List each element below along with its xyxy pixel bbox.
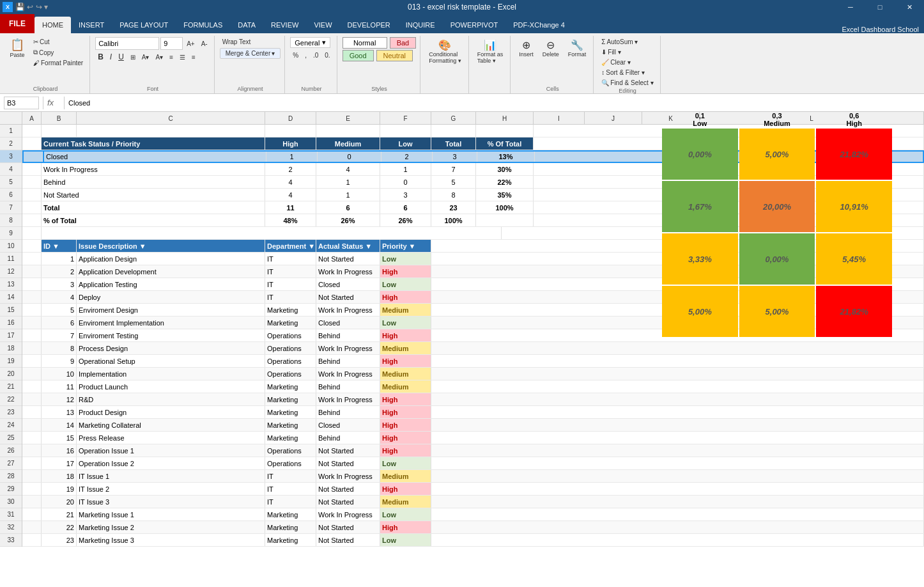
cell-e10-status[interactable]: Actual Status ▼ <box>316 240 380 252</box>
cell-dept-row33[interactable]: Marketing <box>265 534 316 546</box>
cell-status-row25[interactable]: Behind <box>316 432 380 444</box>
cell-priority-row19[interactable]: High <box>380 355 431 367</box>
cell-a6[interactable] <box>22 189 42 201</box>
style-good-box[interactable]: Good <box>343 50 374 61</box>
cell-b4[interactable]: Work In Progress <box>42 163 265 175</box>
cell-desc-row25[interactable]: Press Release <box>77 432 265 444</box>
cell-status-row33[interactable]: Not Started <box>316 534 380 546</box>
cell-a4[interactable] <box>22 163 42 175</box>
cell-id-row19[interactable]: 9 <box>42 355 77 367</box>
find-select-button[interactable]: 🔍 Find & Select ▾ <box>599 78 656 88</box>
cell-a-row12[interactable] <box>22 265 42 278</box>
cell-b7[interactable]: Total <box>42 201 265 214</box>
cell-desc-row33[interactable]: Marketing Issue 3 <box>77 534 265 546</box>
cell-e6[interactable]: 1 <box>316 189 380 201</box>
cell-f2-low[interactable]: Low <box>380 137 431 150</box>
cell-e1[interactable] <box>316 125 380 137</box>
insert-cells-button[interactable]: ⊕ Insert <box>516 37 537 59</box>
cell-a-row28[interactable] <box>22 470 42 482</box>
cell-g4[interactable]: 7 <box>431 163 476 175</box>
cell-h1[interactable] <box>476 125 534 137</box>
cell-d1[interactable] <box>265 125 316 137</box>
cell-priority-row11[interactable]: Low <box>380 253 431 265</box>
cell-a7[interactable] <box>22 201 42 214</box>
cell-id-row28[interactable]: 18 <box>42 470 77 482</box>
cell-dept-row11[interactable]: IT <box>265 253 316 265</box>
cell-a-row32[interactable] <box>22 521 42 533</box>
cell-a-row24[interactable] <box>22 419 42 431</box>
copy-button[interactable]: ⧉ Copy <box>31 47 86 58</box>
cell-status-row26[interactable]: Not Started <box>316 444 380 457</box>
cell-status-row12[interactable]: Work In Progress <box>316 265 380 278</box>
cell-status-row17[interactable]: Behind <box>316 329 380 341</box>
cell-rest-row31[interactable] <box>431 508 924 520</box>
cell-dept-row14[interactable]: IT <box>265 291 316 303</box>
cell-a-row20[interactable] <box>22 368 42 380</box>
comma-btn[interactable]: , <box>302 51 309 60</box>
cell-priority-row24[interactable]: High <box>380 419 431 431</box>
cell-id-row31[interactable]: 21 <box>42 508 77 520</box>
merge-center-button[interactable]: Merge & Center ▾ <box>220 48 281 59</box>
cell-status-row13[interactable]: Closed <box>316 278 380 290</box>
cell-dept-row30[interactable]: IT <box>265 496 316 508</box>
cell-h6[interactable]: 35% <box>476 189 534 201</box>
tab-page-layout[interactable]: PAGE LAYOUT <box>112 17 176 33</box>
cell-priority-row16[interactable]: Low <box>380 317 431 329</box>
cell-a-row33[interactable] <box>22 534 42 546</box>
cell-g2-total[interactable]: Total <box>431 137 476 150</box>
cell-f10-priority[interactable]: Priority ▼ <box>380 240 431 252</box>
cell-status-row24[interactable]: Closed <box>316 419 380 431</box>
cell-status-row28[interactable]: Work In Progress <box>316 470 380 482</box>
cell-f8[interactable]: 26% <box>380 214 431 226</box>
bold-button[interactable]: B <box>95 51 106 63</box>
cell-a8[interactable] <box>22 214 42 226</box>
percent-btn[interactable]: % <box>290 51 301 60</box>
cell-status-row29[interactable]: Not Started <box>316 483 380 495</box>
cell-b2-header[interactable]: Current Task Status / Priority <box>42 137 265 150</box>
format-as-table-button[interactable]: 📊 Format asTable ▾ <box>474 37 507 66</box>
cell-id-row29[interactable]: 19 <box>42 483 77 495</box>
minimize-btn[interactable]: ─ <box>836 0 865 14</box>
cell-id-row21[interactable]: 11 <box>42 380 77 393</box>
cell-desc-row21[interactable]: Product Launch <box>77 380 265 393</box>
cell-priority-row33[interactable]: Low <box>380 534 431 546</box>
cell-g5[interactable]: 5 <box>431 176 476 188</box>
cell-d6[interactable]: 4 <box>265 189 316 201</box>
cell-a1[interactable] <box>22 125 42 137</box>
file-tab[interactable]: FILE <box>0 14 35 33</box>
cell-id-row32[interactable]: 22 <box>42 521 77 533</box>
clear-button[interactable]: 🧹 Clear ▾ <box>599 58 633 67</box>
cell-id-row14[interactable]: 4 <box>42 291 77 303</box>
cell-priority-row32[interactable]: High <box>380 521 431 533</box>
wrap-text-button[interactable]: Wrap Text <box>220 37 254 47</box>
cell-desc-row22[interactable]: R&D <box>77 393 265 405</box>
cell-a2[interactable] <box>22 137 42 150</box>
cell-desc-row23[interactable]: Product Design <box>77 406 265 418</box>
cell-dept-row28[interactable]: IT <box>265 470 316 482</box>
cell-priority-row29[interactable]: High <box>380 483 431 495</box>
cell-priority-row15[interactable]: Medium <box>380 304 431 316</box>
decimal-decrease-btn[interactable]: 0. <box>322 51 332 60</box>
cell-h3[interactable]: 13% <box>477 152 535 162</box>
tab-home[interactable]: HOME <box>35 17 71 33</box>
cell-a3[interactable] <box>24 152 43 162</box>
underline-button[interactable]: U <box>116 51 127 63</box>
cell-d10-dept[interactable]: Department ▼ <box>265 240 316 252</box>
paste-button[interactable]: 📋 Paste <box>5 37 29 60</box>
cell-a-row26[interactable] <box>22 444 42 457</box>
cell-rest-row29[interactable] <box>431 483 924 495</box>
cell-desc-row29[interactable]: IT Issue 2 <box>77 483 265 495</box>
align-left-button[interactable]: ≡ <box>167 52 176 62</box>
close-btn[interactable]: ✕ <box>895 0 924 14</box>
cell-dept-row23[interactable]: Marketing <box>265 406 316 418</box>
font-size-increase-btn[interactable]: A+ <box>184 39 197 49</box>
cell-b6[interactable]: Not Started <box>42 189 265 201</box>
cell-rest-row27[interactable] <box>431 457 924 469</box>
cell-e3[interactable]: 0 <box>318 152 381 162</box>
align-right-button[interactable]: ≡ <box>189 52 198 62</box>
cell-dept-row19[interactable]: Operations <box>265 355 316 367</box>
tab-data[interactable]: DATA <box>230 17 263 33</box>
cell-priority-row30[interactable]: Medium <box>380 496 431 508</box>
cell-d7[interactable]: 11 <box>265 201 316 214</box>
cell-priority-row26[interactable]: High <box>380 444 431 457</box>
